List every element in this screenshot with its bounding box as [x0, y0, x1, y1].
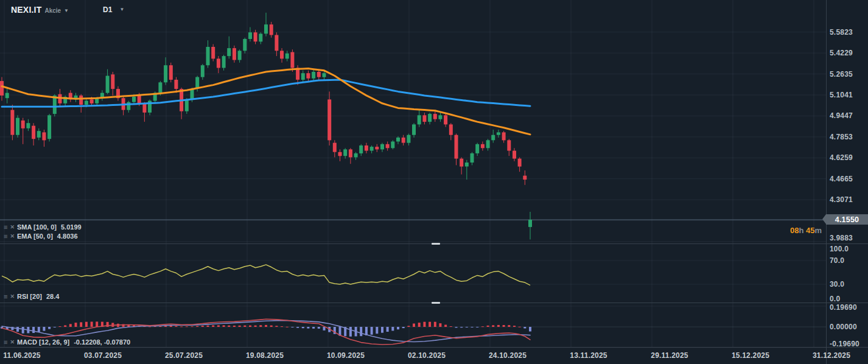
price-tick-label: 4.9447	[830, 111, 853, 120]
ema-label: EMA [50, 0]	[17, 233, 53, 240]
indicator-settings-icon[interactable]: ≡	[4, 223, 7, 231]
indicator-settings-icon[interactable]: ≡	[4, 293, 7, 300]
rsi-tick-label: 100.0	[830, 245, 849, 253]
countdown-hours-unit: h	[799, 226, 803, 235]
sma-value: 5.0199	[61, 223, 82, 231]
date-tick-label: 19.08.2025	[246, 351, 284, 360]
macd-value: -0.12208, -0.07870	[74, 338, 130, 346]
price-tick-label: 3.9883	[830, 234, 853, 242]
panel-resize-handle[interactable]	[432, 243, 440, 245]
countdown-minutes-unit: m	[814, 226, 822, 235]
current-price-badge: 4.1550	[826, 214, 868, 225]
rsi-tick-label: 30.0	[830, 280, 844, 289]
trading-platform-window: NEXI.IT Akcie ▼ D1 ▼ ≡ ✕ SMA [100, 0] 5.…	[0, 0, 868, 364]
date-tick-label: 15.12.2025	[732, 351, 769, 360]
macd-tick-label: -0.19690	[830, 340, 859, 348]
rsi-tick-label: 70.0	[830, 256, 844, 265]
date-tick-label: 31.12.2025	[813, 351, 850, 360]
candle-countdown: 08h 45m	[790, 226, 822, 235]
indicator-close-icon[interactable]: ✕	[10, 293, 15, 299]
date-tick-label: 03.07.2025	[84, 351, 122, 360]
date-tick-label: 24.10.2025	[489, 351, 527, 360]
rsi-label: RSI [20]	[17, 293, 42, 300]
macd-tick-label: 0.19690	[830, 303, 857, 312]
indicator-settings-icon[interactable]: ≡	[4, 338, 7, 346]
date-tick-label: 29.11.2025	[651, 351, 688, 360]
legend-sma: ≡ ✕ SMA [100, 0] 5.0199	[4, 223, 82, 231]
symbol-name: NEXI.IT	[11, 5, 41, 15]
chevron-down-icon: ▼	[64, 8, 69, 13]
time-axis[interactable]: 11.06.202503.07.202525.07.202519.08.2025…	[0, 348, 868, 364]
ema-value: 4.8036	[57, 233, 78, 240]
timeframe-selector[interactable]: D1 ▼	[98, 4, 129, 16]
price-tick-label: 5.5823	[830, 28, 853, 37]
legend-ema: ≡ ✕ EMA [50, 0] 4.8036	[4, 233, 78, 240]
price-tick-label: 5.2635	[830, 70, 853, 79]
date-tick-label: 10.09.2025	[327, 351, 365, 360]
macd-tick-label: 0.00000	[830, 323, 857, 331]
sma-label: SMA [100, 0]	[17, 223, 57, 231]
date-tick-label: 11.06.2025	[3, 351, 40, 360]
countdown-minutes: 45	[806, 226, 814, 235]
current-price-value: 4.1550	[835, 215, 859, 224]
symbol-selector[interactable]: NEXI.IT Akcie ▼	[0, 4, 75, 16]
date-tick-label: 25.07.2025	[165, 351, 203, 360]
chart-header: NEXI.IT Akcie ▼ D1 ▼	[0, 4, 129, 16]
price-tick-label: 5.1041	[830, 91, 853, 99]
legend-macd: ≡ ✕ MACD [12, 26, 9] -0.12208, -0.07870	[4, 338, 130, 346]
indicator-close-icon[interactable]: ✕	[10, 233, 15, 239]
date-tick-label: 13.11.2025	[570, 351, 607, 360]
price-tick-label: 4.4665	[830, 175, 853, 183]
indicator-close-icon[interactable]: ✕	[10, 224, 15, 230]
rsi-value: 28.4	[46, 293, 59, 300]
symbol-type-label: Akcie	[44, 7, 61, 14]
price-axis[interactable]: 5.58235.42295.26355.10414.94474.78534.62…	[826, 0, 868, 364]
indicator-close-icon[interactable]: ✕	[10, 339, 15, 345]
legend-rsi: ≡ ✕ RSI [20] 28.4	[4, 293, 59, 300]
timeframe-label: D1	[103, 5, 112, 14]
chart-canvas[interactable]	[0, 0, 868, 364]
indicator-settings-icon[interactable]: ≡	[4, 233, 7, 240]
price-tick-label: 4.7853	[830, 133, 853, 141]
price-badge-arrow	[822, 214, 826, 224]
date-tick-label: 02.10.2025	[408, 351, 446, 360]
price-tick-label: 4.3071	[830, 195, 853, 204]
price-tick-label: 5.4229	[830, 49, 853, 57]
macd-label: MACD [12, 26, 9]	[17, 338, 69, 346]
countdown-hours: 08	[790, 226, 799, 235]
price-tick-label: 4.6259	[830, 153, 853, 162]
rsi-tick-label: 0.0	[830, 295, 840, 303]
chevron-down-icon: ▼	[119, 7, 124, 12]
panel-resize-handle[interactable]	[432, 302, 440, 304]
